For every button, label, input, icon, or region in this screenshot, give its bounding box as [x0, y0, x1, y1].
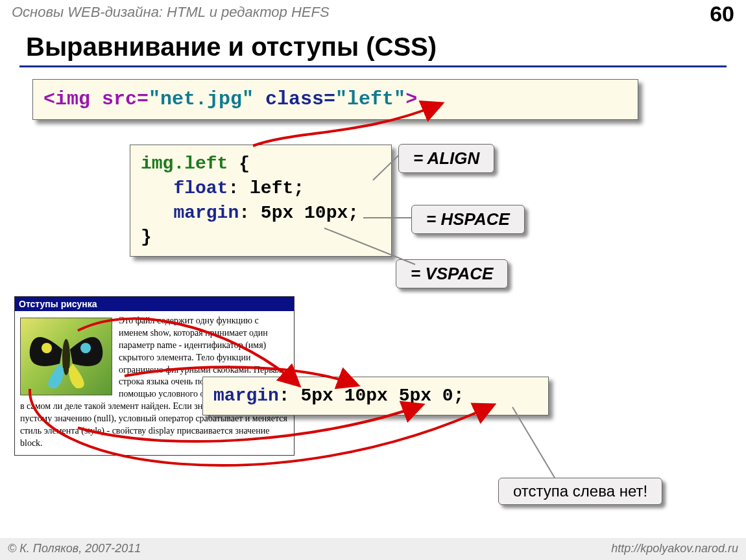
tok-val-margin: : 5px 10px; — [239, 203, 359, 223]
tok-selector: img.left — [141, 154, 228, 174]
tok-str1: "net.jpg" — [149, 88, 265, 110]
code-margin4: margin: 5px 10px 5px 0; — [202, 377, 549, 415]
butterfly-image — [20, 318, 112, 395]
title-underline — [19, 65, 727, 67]
callout-hspace: = HSPACE — [411, 205, 525, 234]
tok-brace-close: } — [141, 227, 152, 247]
code-css-rule: img.left { float: left; margin: 5px 10px… — [130, 145, 392, 257]
tok-attr: class= — [265, 88, 335, 110]
page-number: 60 — [710, 1, 734, 27]
breadcrumb: Основы WEB-дизайна: HTML и редактор HEFS — [12, 4, 330, 21]
callout-no-left-margin: отступа слева нет! — [498, 478, 662, 505]
tok-val-float: : left; — [228, 178, 304, 198]
footer: © К. Поляков, 2007-2011 http://kpolyakov… — [0, 538, 746, 560]
tok-prop-margin4: margin — [213, 386, 279, 406]
svg-point-2 — [80, 343, 91, 353]
code-html-img: <img src="net.jpg" class="left"> — [32, 79, 638, 120]
svg-point-1 — [42, 343, 52, 353]
tok-close: > — [405, 88, 417, 110]
footer-url: http://kpolyakov.narod.ru — [611, 542, 738, 555]
callout-align: = ALIGN — [398, 144, 494, 173]
tok-prop-float: float — [141, 178, 228, 198]
browser-window: Отступы рисунка Это файл содержит одну ф… — [14, 296, 295, 456]
footer-copyright: © К. Поляков, 2007-2011 — [8, 542, 141, 555]
tok-str2: "left" — [335, 88, 405, 110]
browser-titlebar: Отступы рисунка — [15, 297, 294, 311]
page-title: Выравнивание и отступы (CSS) — [26, 32, 437, 62]
tok-val-margin4: : 5px 10px 5px 0; — [279, 386, 464, 406]
tok-brace: { — [228, 154, 250, 174]
callout-vspace: = VSPACE — [396, 259, 508, 288]
tok-prop-margin: margin — [141, 203, 239, 223]
tok-tag: <img src= — [43, 88, 149, 110]
